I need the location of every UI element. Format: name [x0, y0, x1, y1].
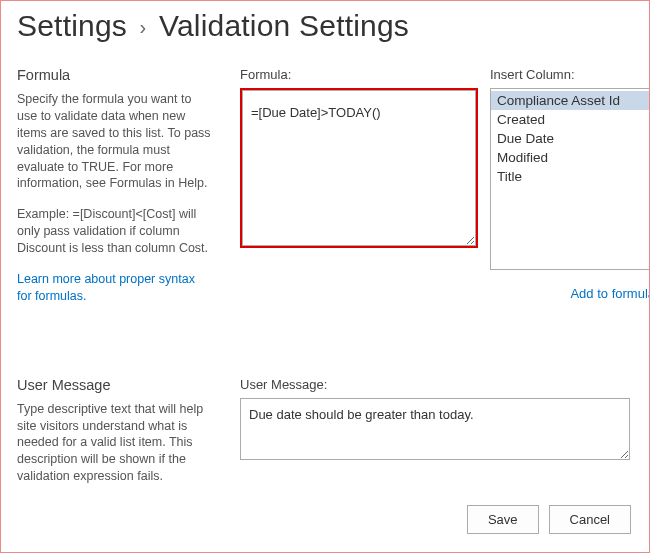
column-item[interactable]: Modified — [491, 148, 650, 167]
user-message-section: User Message Type descriptive text that … — [17, 377, 633, 499]
button-row: Save Cancel — [467, 505, 631, 534]
column-item[interactable]: Created — [491, 110, 650, 129]
user-message-heading: User Message — [17, 377, 212, 393]
add-to-formula-link[interactable]: Add to formula — [490, 286, 650, 301]
breadcrumb-root[interactable]: Settings — [17, 9, 127, 42]
column-item[interactable]: Compliance Asset Id — [491, 91, 650, 110]
formula-heading: Formula — [17, 67, 212, 83]
breadcrumb-page: Validation Settings — [159, 9, 409, 42]
cancel-button[interactable]: Cancel — [549, 505, 631, 534]
insert-column-list[interactable]: Compliance Asset Id Created Due Date Mod… — [490, 88, 650, 270]
breadcrumb-separator-icon: › — [136, 16, 151, 38]
formula-section: Formula Specify the formula you want to … — [17, 67, 633, 319]
formula-learn-link[interactable]: Learn more about proper syntax for formu… — [17, 271, 212, 305]
column-item[interactable]: Due Date — [491, 129, 650, 148]
user-message-desc: Type descriptive text that will help sit… — [17, 401, 212, 485]
user-message-input[interactable]: Due date should be greater than today. — [240, 398, 630, 460]
page-title: Settings › Validation Settings — [17, 9, 633, 43]
column-item[interactable]: Title — [491, 167, 650, 186]
formula-input[interactable]: =[Due Date]>TODAY() — [242, 90, 476, 246]
user-message-field-label: User Message: — [240, 377, 633, 392]
save-button[interactable]: Save — [467, 505, 539, 534]
insert-column-label: Insert Column: — [490, 67, 650, 82]
formula-example: Example: =[Discount]<[Cost] will only pa… — [17, 206, 212, 257]
formula-desc: Specify the formula you want to use to v… — [17, 91, 212, 192]
formula-field-label: Formula: — [240, 67, 478, 82]
formula-highlight-box: =[Due Date]>TODAY() — [240, 88, 478, 248]
